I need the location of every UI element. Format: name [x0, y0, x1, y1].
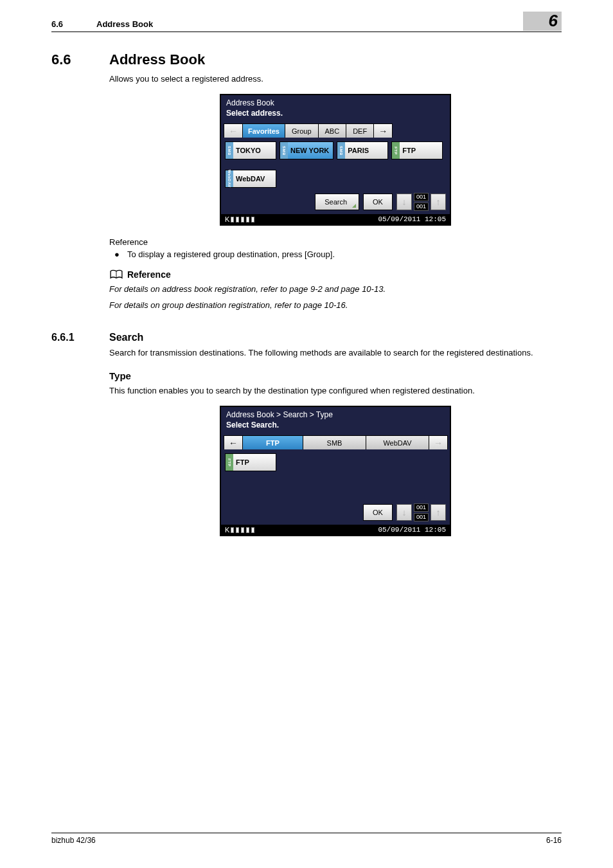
address-book-panel: Address Book Select address. ← Favorites…: [220, 94, 451, 226]
bullet-dot-icon: ●: [109, 249, 127, 259]
page-up-icon[interactable]: ↑: [431, 194, 446, 210]
panel-footer: OK ↓ 001 001 ↑: [221, 501, 450, 525]
pager: ↓ 001 001 ↑: [396, 503, 446, 521]
chip-label: NEW YORK: [290, 147, 329, 154]
page-current: 001: [414, 193, 429, 201]
page-count: 001 001: [414, 193, 429, 211]
header-section-title: Address Book: [96, 19, 562, 29]
bullet-text: To display a registered group destinatio…: [127, 249, 335, 259]
page-footer: bizhub 42/36 6-16: [51, 833, 562, 845]
footer-page-number: 6-16: [546, 836, 562, 845]
ftp-tag-icon: FTP: [226, 454, 233, 471]
chip-area: FTPFTP: [221, 449, 450, 501]
type-intro: This function enables you to search by t…: [109, 385, 562, 397]
tab-group[interactable]: Group: [285, 123, 319, 138]
left-arrow-icon[interactable]: ←: [224, 123, 243, 138]
ok-button[interactable]: OK: [363, 194, 393, 210]
reference-label: Reference: [109, 237, 562, 247]
memory-meter: K: [225, 215, 255, 223]
left-arrow-icon[interactable]: ←: [224, 435, 243, 449]
tab-abc[interactable]: ABC: [318, 123, 347, 138]
chapter-tab: 6: [523, 12, 562, 31]
header-section-number: 6.6: [51, 19, 96, 29]
reference-box-label: Reference: [127, 269, 171, 280]
chip-label: WebDAV: [236, 175, 265, 183]
chip-paris[interactable]: SMBPARIS: [337, 141, 388, 159]
right-arrow-icon[interactable]: →: [429, 435, 448, 449]
ok-button[interactable]: OK: [363, 504, 393, 521]
page-down-icon[interactable]: ↓: [396, 504, 412, 521]
search-type-panel: Address Book > Search > Type Select Sear…: [220, 406, 451, 536]
subsection-heading: 6.6.1 Search: [51, 332, 562, 343]
tab-smb[interactable]: SMB: [303, 435, 366, 449]
mem-k: K: [225, 215, 229, 223]
page-total: 001: [414, 203, 429, 211]
chip-area: SMBTOKYO SMBNEW YORK SMBPARIS FTPFTP: [221, 138, 450, 166]
reference-line-2: For details on group destination registr…: [109, 300, 562, 311]
right-arrow-icon[interactable]: →: [373, 123, 393, 138]
chip-label: FTP: [402, 147, 416, 154]
chip-webdav[interactable]: WebDAVWebDAV: [225, 170, 276, 188]
tab-ftp[interactable]: FTP: [242, 435, 303, 449]
smb-tag-icon: SMB: [280, 142, 288, 159]
panel-header: Address Book > Search > Type Select Sear…: [221, 407, 450, 433]
reference-bullet: ● To display a registered group destinat…: [109, 249, 562, 259]
running-header: 6.6 Address Book: [51, 19, 562, 32]
book-icon: [109, 269, 123, 280]
subsection-intro: Search for transmission destinations. Th…: [109, 347, 562, 359]
section-heading: 6.6 Address Book: [51, 51, 562, 68]
search-button[interactable]: Search: [315, 194, 359, 210]
subsection-title: Search: [109, 332, 143, 343]
chip-label: TOKYO: [236, 147, 261, 154]
tabs-row: ← Favorites Group ABC DEF →: [221, 122, 450, 138]
reference-box-head: Reference: [109, 269, 562, 280]
tab-def[interactable]: DEF: [346, 123, 374, 138]
type-heading: Type: [109, 370, 562, 381]
chip-label: PARIS: [348, 147, 369, 154]
status-bar: K 05/09/2011 12:05: [221, 214, 450, 224]
panel-header: Address Book Select address.: [221, 95, 450, 122]
smb-tag-icon: SMB: [337, 142, 345, 159]
footer-model: bizhub 42/36: [51, 836, 96, 845]
section-title: Address Book: [109, 51, 205, 68]
panel-instruction: Select Search.: [226, 420, 445, 431]
pager: ↓ 001 001 ↑: [396, 193, 446, 211]
page-up-icon[interactable]: ↑: [431, 504, 446, 521]
chip-label: FTP: [236, 458, 249, 466]
status-bar: K 05/09/2011 12:05: [221, 525, 450, 535]
panel-footer: Search OK ↓ 001 001 ↑: [221, 190, 450, 214]
chip-tokyo[interactable]: SMBTOKYO: [225, 141, 276, 159]
chip-ftp[interactable]: FTPFTP: [225, 453, 276, 471]
chip-newyork[interactable]: SMBNEW YORK: [280, 141, 333, 159]
subsection-number: 6.6.1: [51, 332, 109, 343]
webdav-tag-icon: WebDAV: [226, 170, 233, 187]
reference-line-1: For details on address book registration…: [109, 284, 562, 295]
memory-meter: K: [225, 526, 255, 534]
chip-area-row2: WebDAVWebDAV: [221, 166, 450, 190]
tab-favorites[interactable]: Favorites: [242, 123, 285, 138]
chip-ftp[interactable]: FTPFTP: [391, 141, 443, 159]
ftp-tag-icon: FTP: [392, 142, 400, 159]
tabs-row: ← FTP SMB WebDAV →: [221, 433, 450, 449]
page-total: 001: [414, 513, 429, 521]
section-intro: Allows you to select a registered addres…: [109, 73, 562, 85]
section-number: 6.6: [51, 51, 109, 68]
panel-breadcrumb: Address Book: [226, 98, 445, 109]
mem-k: K: [225, 526, 229, 534]
panel-instruction: Select address.: [226, 109, 445, 119]
status-timestamp: 05/09/2011 12:05: [378, 526, 446, 534]
smb-tag-icon: SMB: [226, 142, 233, 159]
status-timestamp: 05/09/2011 12:05: [378, 215, 446, 223]
page-count: 001 001: [414, 503, 429, 521]
tab-webdav[interactable]: WebDAV: [366, 435, 429, 449]
page-down-icon[interactable]: ↓: [396, 194, 412, 210]
panel-breadcrumb: Address Book > Search > Type: [226, 410, 445, 420]
page-current: 001: [414, 503, 429, 512]
